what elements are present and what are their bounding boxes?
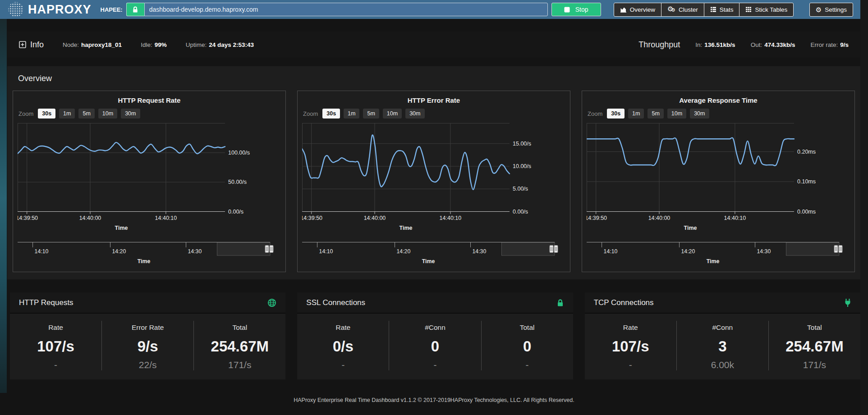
zoom-30m-button[interactable]: 30m bbox=[121, 109, 140, 119]
zoom-1m-button[interactable]: 1m bbox=[344, 109, 359, 119]
svg-text:14:20: 14:20 bbox=[397, 248, 411, 255]
overview-button-label: Overview bbox=[630, 6, 655, 13]
zoom-30m-button[interactable]: 30m bbox=[690, 109, 709, 119]
card-title: HTTP Requests bbox=[19, 298, 73, 307]
address-bar bbox=[126, 3, 548, 16]
stat-sub-value: - bbox=[297, 360, 389, 369]
svg-text:5.00/s: 5.00/s bbox=[513, 186, 528, 192]
stat-column: Total 254.67M 171/s bbox=[193, 321, 285, 370]
info-toggle[interactable]: Info bbox=[19, 40, 44, 50]
http-error-rate-chart[interactable]: 0.00/s5.00/s10.00/s15.00/s14:39:5014:40:… bbox=[302, 123, 565, 238]
page-footer: HAProxy Enterprise Real Time Dashboard v… bbox=[0, 379, 868, 404]
idle-value: 99% bbox=[155, 41, 167, 48]
haproxy-logo: HAPROXY bbox=[7, 1, 92, 18]
zoom-30m-button[interactable]: 30m bbox=[405, 109, 424, 119]
svg-text:10.00/s: 10.00/s bbox=[513, 163, 531, 169]
zoom-1m-button[interactable]: 1m bbox=[59, 109, 75, 119]
stop-button[interactable]: Stop bbox=[551, 3, 601, 16]
svg-text:14:20: 14:20 bbox=[681, 248, 695, 255]
stat-value: 9/s bbox=[102, 339, 193, 354]
svg-text:14:30: 14:30 bbox=[473, 248, 487, 255]
table-list-icon bbox=[710, 6, 716, 13]
stat-value: 254.67M bbox=[194, 339, 285, 354]
svg-text:14:40:10: 14:40:10 bbox=[440, 215, 462, 221]
chart-title: HTTP Request Rate bbox=[18, 96, 281, 104]
card-header: HTTP Requests bbox=[10, 292, 285, 314]
error-rate-label: Error rate: bbox=[810, 41, 838, 48]
zoom-30s-button[interactable]: 30s bbox=[322, 109, 340, 119]
stat-label: Rate bbox=[585, 324, 676, 332]
cluster-button[interactable]: ⚙ ⚙ Cluster bbox=[661, 3, 704, 17]
lock-icon bbox=[556, 299, 564, 307]
http-error-rate-navigator[interactable]: 14:1014:2014:30Time bbox=[302, 238, 565, 269]
svg-text:14:39:50: 14:39:50 bbox=[18, 215, 38, 221]
stat-column: Total 0 - bbox=[481, 321, 573, 370]
stat-column: Rate 0/s - bbox=[297, 321, 389, 370]
idle-stat: Idle: 99% bbox=[141, 41, 167, 48]
card-body: Rate 107/s - #Conn 3 6.00k Total 254.67M… bbox=[585, 314, 860, 379]
area-chart-icon bbox=[620, 6, 627, 13]
node-stat: Node: haproxy18_01 bbox=[63, 41, 122, 48]
zoom-label: Zoom bbox=[303, 110, 318, 117]
stat-label: #Conn bbox=[677, 324, 768, 332]
zoom-1m-button[interactable]: 1m bbox=[628, 109, 644, 119]
zoom-5m-button[interactable]: 5m bbox=[648, 109, 663, 119]
stat-column: Rate 107/s - bbox=[585, 321, 676, 370]
svg-text:Time: Time bbox=[115, 225, 128, 231]
info-label: Info bbox=[30, 40, 44, 50]
stat-sub-value: 6.00k bbox=[677, 360, 768, 369]
stats-button[interactable]: Stats bbox=[704, 3, 740, 17]
stat-column: #Conn 0 - bbox=[389, 321, 481, 370]
overview-button[interactable]: Overview bbox=[614, 3, 661, 17]
card-body: Rate 0/s - #Conn 0 - Total 0 - bbox=[297, 314, 573, 379]
out-value: 474.33kb/s bbox=[764, 41, 795, 48]
hapee-label: HAPEE: bbox=[101, 6, 123, 13]
zoom-5m-button[interactable]: 5m bbox=[78, 109, 94, 119]
zoom-30s-button[interactable]: 30s bbox=[38, 109, 55, 119]
ssl-connections-card: SSL Connections Rate 0/s - #Conn 0 bbox=[297, 292, 573, 379]
stat-label: Rate bbox=[10, 324, 101, 332]
http-error-rate-panel: HTTP Error Rate Zoom 30s1m5m10m30m 0.00/… bbox=[297, 91, 570, 272]
svg-text:0.00/s: 0.00/s bbox=[228, 209, 243, 215]
gears-icon: ⚙ ⚙ bbox=[667, 6, 675, 13]
http-request-rate-chart[interactable]: 0.00/s50.00/s100.00/s14:39:5014:40:0014:… bbox=[18, 123, 281, 238]
zoom-10m-button[interactable]: 10m bbox=[98, 109, 117, 119]
stat-sub-value: - bbox=[389, 360, 481, 369]
svg-text:14:30: 14:30 bbox=[188, 248, 202, 255]
card-title: SSL Connections bbox=[306, 298, 365, 307]
idle-label: Idle: bbox=[141, 41, 152, 48]
stat-cards-row: HTTP Requests Rate 107/s - Error Rate bbox=[10, 292, 860, 379]
in-value: 136.51kb/s bbox=[704, 41, 735, 48]
stat-column: Total 254.67M 171/s bbox=[768, 321, 860, 370]
settings-button-label: Settings bbox=[825, 6, 847, 13]
svg-text:14:40:00: 14:40:00 bbox=[79, 215, 101, 221]
uptime-label: Uptime: bbox=[186, 41, 207, 48]
settings-button[interactable]: ⚙ Settings bbox=[809, 3, 853, 17]
svg-text:14:39:50: 14:39:50 bbox=[587, 215, 607, 221]
dashboard-url-input[interactable] bbox=[144, 3, 548, 16]
average-response-time-panel: Average Response Time Zoom 30s1m5m10m30m… bbox=[582, 91, 855, 272]
stat-sub-value: - bbox=[585, 360, 676, 369]
throughput-title: Throughput bbox=[638, 40, 680, 50]
top-navbar: HAPROXY HAPEE: Stop Overview bbox=[0, 0, 860, 19]
overview-section-title: Overview bbox=[18, 74, 855, 83]
zoom-range-selector: Zoom 30s1m5m10m30m bbox=[18, 109, 281, 119]
zoom-10m-button[interactable]: 10m bbox=[667, 109, 686, 119]
svg-text:0.20ms: 0.20ms bbox=[797, 149, 816, 155]
card-title: TCP Connections bbox=[594, 298, 654, 307]
zoom-30s-button[interactable]: 30s bbox=[607, 109, 625, 119]
stat-label: Total bbox=[482, 324, 573, 332]
svg-text:Time: Time bbox=[684, 225, 697, 231]
zoom-5m-button[interactable]: 5m bbox=[363, 109, 379, 119]
info-bar: Info Node: haproxy18_01 Idle: 99% Uptime… bbox=[7, 32, 860, 58]
svg-text:Time: Time bbox=[400, 225, 413, 231]
svg-text:14:30: 14:30 bbox=[757, 248, 771, 255]
average-response-time-navigator[interactable]: 14:1014:2014:30Time bbox=[587, 238, 850, 269]
stat-value: 107/s bbox=[10, 339, 101, 354]
stick-tables-button[interactable]: Stick Tables bbox=[739, 3, 794, 17]
secure-lock-icon bbox=[126, 3, 144, 16]
average-response-time-chart[interactable]: 0.00ms0.10ms0.20ms14:39:5014:40:0014:40:… bbox=[587, 123, 850, 238]
zoom-10m-button[interactable]: 10m bbox=[383, 109, 402, 119]
http-request-rate-navigator[interactable]: 14:1014:2014:30Time bbox=[18, 238, 281, 269]
cluster-button-label: Cluster bbox=[679, 6, 698, 13]
